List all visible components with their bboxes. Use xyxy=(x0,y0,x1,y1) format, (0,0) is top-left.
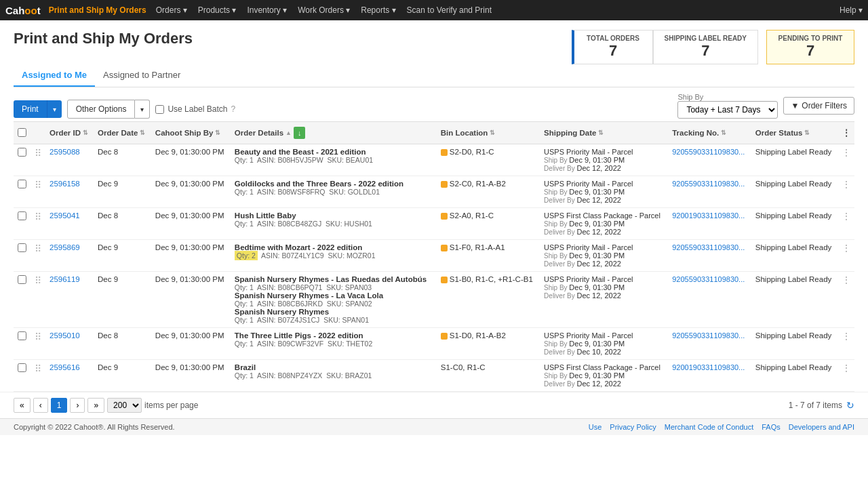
drag-handle[interactable]: ⠿ xyxy=(35,148,41,159)
row-options-button[interactable]: ⋮ xyxy=(842,244,850,252)
deliver-by-label: Deliver By Dec 12, 2022 xyxy=(544,228,664,236)
refresh-button[interactable]: ↻ xyxy=(846,400,854,411)
row-options-button[interactable]: ⋮ xyxy=(842,212,850,220)
print-button[interactable]: Print xyxy=(14,100,47,118)
bin-location-cell: S1-D0, R1-A-B2 xyxy=(437,328,540,360)
nav-item-work-orders[interactable]: Work Orders ▾ xyxy=(298,5,350,15)
shipping-date-cell: USPS Priority Mail - Parcel Ship By Dec … xyxy=(540,240,668,272)
bin-icon xyxy=(441,149,448,156)
print-dropdown-button[interactable]: ▾ xyxy=(47,100,62,118)
bin-location-header[interactable]: Bin Location ⇅ xyxy=(437,122,540,144)
shipping-date-cell: USPS Priority Mail - Parcel Ship By Dec … xyxy=(540,272,668,328)
order-filters-button[interactable]: ▼ Order Filters xyxy=(783,97,854,115)
label-batch-help-icon[interactable]: ? xyxy=(231,104,235,114)
table-body: ⠿2595088Dec 8Dec 9, 01:30:00 PMBeauty an… xyxy=(14,144,854,392)
tracking-link[interactable]: 9205590331109830... xyxy=(672,331,745,340)
drag-handle[interactable]: ⠿ xyxy=(35,331,41,342)
footer-link-privacy[interactable]: Privacy Policy xyxy=(610,423,656,431)
shipping-method: USPS Priority Mail - Parcel xyxy=(544,331,664,340)
row-checkbox-4[interactable] xyxy=(18,275,26,284)
order-id-link[interactable]: 2596158 xyxy=(50,180,80,188)
bin-icon xyxy=(441,245,448,251)
order-id-link[interactable]: 2595616 xyxy=(50,363,80,371)
row-options-button[interactable]: ⋮ xyxy=(842,332,850,340)
shipping-method: USPS Priority Mail - Parcel xyxy=(544,148,664,156)
shipping-date-header[interactable]: Shipping Date ⇅ xyxy=(540,122,668,144)
next-page-button[interactable]: › xyxy=(70,398,85,413)
drag-handle[interactable]: ⠿ xyxy=(35,211,41,222)
nav-active-item[interactable]: Print and Ship My Orders xyxy=(49,5,146,15)
row-options-button[interactable]: ⋮ xyxy=(842,148,850,157)
footer-link-faqs[interactable]: FAQs xyxy=(762,423,781,431)
drag-handle[interactable]: ⠿ xyxy=(35,180,41,190)
bin-location-sort-icon: ⇅ xyxy=(490,129,495,136)
select-all-checkbox[interactable] xyxy=(18,128,26,137)
row-checkbox-6[interactable] xyxy=(18,363,26,372)
product-meta: Qty: 1 ASIN: B08NPZ4YZX SKU: BRAZ01 xyxy=(235,371,433,380)
order-id-link[interactable]: 2596119 xyxy=(50,275,80,283)
tracking-link[interactable]: 9205590331109830... xyxy=(672,275,745,283)
nav-item-scan[interactable]: Scan to Verify and Print xyxy=(407,5,492,15)
row-options-button[interactable]: ⋮ xyxy=(842,180,850,188)
table-row: ⠿2596119Dec 9Dec 9, 01:30:00 PMSpanish N… xyxy=(14,272,854,328)
order-id-link[interactable]: 2595010 xyxy=(50,331,80,340)
nav-help[interactable]: Help ▾ xyxy=(840,5,863,15)
drag-handle[interactable]: ⠿ xyxy=(35,363,41,374)
cahoot-ship-by-header[interactable]: Cahoot Ship By ⇅ xyxy=(151,122,231,144)
tracking-link[interactable]: 9205590331109830... xyxy=(672,180,745,188)
order-id-header[interactable]: Order ID ⇅ xyxy=(45,122,94,144)
row-checkbox-3[interactable] xyxy=(18,243,26,252)
order-id-link[interactable]: 2595041 xyxy=(50,211,80,220)
order-id-link[interactable]: 2595088 xyxy=(50,148,80,156)
tab-assigned-to-me[interactable]: Assigned to Me xyxy=(14,64,95,87)
last-page-button[interactable]: » xyxy=(87,398,104,413)
order-date-cell: Dec 8 xyxy=(94,328,151,360)
pending-to-print-value: 7 xyxy=(806,42,814,60)
prev-page-button[interactable]: ‹ xyxy=(33,398,48,413)
tracking-link[interactable]: 9205590331109830... xyxy=(672,243,745,251)
row-checkbox-2[interactable] xyxy=(18,211,26,220)
row-checkbox-1[interactable] xyxy=(18,180,26,188)
deliver-by-label: Deliver By Dec 12, 2022 xyxy=(544,260,664,268)
other-options-dropdown-button[interactable]: ▾ xyxy=(135,100,150,119)
nav-item-reports[interactable]: Reports ▾ xyxy=(361,5,395,15)
row-checkbox-5[interactable] xyxy=(18,331,26,340)
order-status-header[interactable]: Order Status ⇅ xyxy=(751,122,838,144)
footer-link-use[interactable]: Use xyxy=(589,423,602,431)
other-options-button[interactable]: Other Options xyxy=(67,100,136,119)
footer-link-merchant[interactable]: Merchant Code of Conduct xyxy=(665,423,753,431)
first-page-button[interactable]: « xyxy=(14,398,31,413)
drag-handle[interactable]: ⠿ xyxy=(35,243,41,254)
tracking-link[interactable]: 9200190331109830... xyxy=(672,211,745,220)
row-options-button[interactable]: ⋮ xyxy=(842,364,850,372)
order-status-text: Shipping Label Ready xyxy=(755,331,832,340)
current-page-button[interactable]: 1 xyxy=(51,398,68,413)
order-id-link[interactable]: 2595869 xyxy=(50,243,80,251)
row-checkbox-0[interactable] xyxy=(18,148,26,157)
nav-item-inventory[interactable]: Inventory ▾ xyxy=(247,5,287,15)
bin-location-cell: S1-F0, R1-A-A1 xyxy=(437,240,540,272)
order-details-header[interactable]: Order Details ▲ ↓ xyxy=(231,122,437,144)
tracking-link[interactable]: 9205590331109830... xyxy=(672,148,745,156)
ship-by-select[interactable]: Today + Last 7 Days xyxy=(677,101,778,119)
shipping-label-ready-stat: SHIPPING LABEL READY 7 xyxy=(653,30,759,64)
product-meta: Qty: 1 ASIN: B08CB48ZGJ SKU: HUSH01 xyxy=(235,220,433,228)
export-icon-button[interactable]: ↓ xyxy=(294,127,306,139)
tracking-link[interactable]: 9200190331109830... xyxy=(672,363,745,371)
product-name: Spanish Nursery Rhymes xyxy=(235,308,433,316)
product-name: Goldilocks and the Three Bears - 2022 ed… xyxy=(235,180,433,188)
product-meta: Qty: 2 ASIN: B07Z4LY1C9 SKU: MOZR01 xyxy=(235,251,433,260)
items-per-page-select[interactable]: 200 xyxy=(107,398,142,413)
use-label-batch-checkbox[interactable] xyxy=(155,105,164,114)
drag-handle[interactable]: ⠿ xyxy=(35,275,41,286)
page-header-section: Print and Ship My Orders TOTAL ORDERS 7 … xyxy=(0,20,868,64)
tracking-no-header[interactable]: Tracking No. ⇅ xyxy=(668,122,751,144)
app-logo[interactable]: Cahoot xyxy=(5,5,41,16)
nav-item-products[interactable]: Products ▾ xyxy=(198,5,237,15)
row-options-button[interactable]: ⋮ xyxy=(842,276,850,284)
footer-link-developers[interactable]: Developers and API xyxy=(789,423,854,431)
nav-item-orders[interactable]: Orders ▾ xyxy=(156,5,187,15)
order-date-header[interactable]: Order Date ⇅ xyxy=(94,122,151,144)
tab-assigned-to-partner[interactable]: Assigned to Partner xyxy=(95,64,189,87)
shipping-date-cell: USPS Priority Mail - Parcel Ship By Dec … xyxy=(540,144,668,176)
